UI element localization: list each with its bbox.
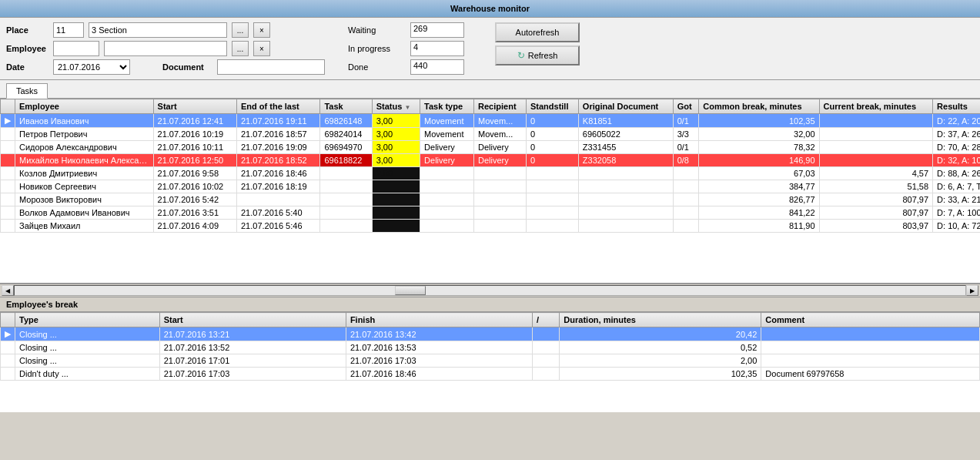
cell-task: 69694970 <box>320 141 372 154</box>
table-row[interactable]: Козлов Дмитриевич21.07.2016 9:5821.07.20… <box>1 167 981 180</box>
refresh-button[interactable]: ↻ Refresh <box>495 45 580 65</box>
place-id-input[interactable] <box>53 22 84 38</box>
cell-common-break: 78,32 <box>699 141 819 154</box>
done-row: Done 440 <box>348 59 464 75</box>
table-row[interactable]: Петров Петрович21.07.2016 10:1921.07.201… <box>1 128 981 141</box>
autorefresh-button[interactable]: Autorefresh <box>495 22 580 42</box>
col-current-break: Current break, minutes <box>819 99 932 114</box>
break-cell-duration: 102,35 <box>560 368 761 381</box>
date-select[interactable]: 21.07.2016 <box>53 59 130 75</box>
cell-common-break: 146,90 <box>699 154 819 167</box>
row-indicator: ▶ <box>1 114 15 128</box>
cell-start: 21.07.2016 10:11 <box>153 141 236 154</box>
break-row[interactable]: Didn't duty ...21.07.2016 17:0321.07.201… <box>1 368 980 381</box>
cell-employee: Козлов Дмитриевич <box>15 167 154 180</box>
row-indicator <box>1 128 15 141</box>
cell-current-break <box>819 128 932 141</box>
place-close-button[interactable]: × <box>253 22 270 38</box>
refresh-icon: ↻ <box>517 50 525 61</box>
break-row[interactable]: Closing ...21.07.2016 13:5221.07.2016 13… <box>1 341 980 354</box>
break-cell-type: Closing ... <box>15 354 160 368</box>
cell-current-break <box>819 154 932 167</box>
break-cell-type: Didn't duty ... <box>15 368 160 381</box>
document-input[interactable] <box>217 59 325 75</box>
col-standstill: Standstill <box>526 99 578 114</box>
row-indicator <box>1 180 15 193</box>
in-progress-value: 4 <box>410 41 464 56</box>
break-cell-duration: 20,42 <box>560 327 761 341</box>
cell-recipient: Movem... <box>474 128 527 141</box>
hscrollbar-thumb[interactable] <box>395 286 426 295</box>
form-area: Place ... × Employee ... × Date 21.07.20… <box>6 22 325 75</box>
row-indicator <box>1 193 15 206</box>
cell-task-type <box>420 167 474 180</box>
break-row[interactable]: ▶Closing ...21.07.2016 13:2121.07.2016 1… <box>1 327 980 341</box>
col-end-last: End of the last <box>236 99 319 114</box>
col-status: Status ▼ <box>372 99 420 114</box>
cell-employee: Волков Адамович Иванович <box>15 206 154 220</box>
table-row[interactable]: Новиков Сергеевич21.07.2016 10:0221.07.2… <box>1 180 981 193</box>
place-section-input[interactable] <box>89 22 227 38</box>
col-employee: Employee <box>15 99 154 114</box>
cell-standstill <box>526 193 578 206</box>
waiting-value: 269 <box>410 22 464 38</box>
cell-task-type: Movement <box>420 114 474 128</box>
cell-end-last <box>236 193 319 206</box>
main-table-container[interactable]: Employee Start End of the last Task Stat… <box>0 99 980 284</box>
cell-standstill: 0 <box>526 128 578 141</box>
status-filter-icon[interactable]: ▼ <box>404 104 410 111</box>
place-row: Place ... × <box>6 22 325 38</box>
row-indicator <box>1 220 15 233</box>
cell-got <box>673 193 699 206</box>
table-row[interactable]: Зайцев Михаил21.07.2016 4:0921.07.2016 5… <box>1 220 981 233</box>
date-row: Date 21.07.2016 Document <box>6 59 325 75</box>
col-task-type: Task type <box>420 99 474 114</box>
tab-tasks[interactable]: Tasks <box>6 83 48 99</box>
cell-start: 21.07.2016 3:51 <box>153 206 236 220</box>
cell-got: 0/1 <box>673 141 699 154</box>
col-common-break: Common break, minutes <box>699 99 819 114</box>
cell-task <box>320 180 372 193</box>
break-col-type: Type <box>15 313 160 327</box>
cell-task-type <box>420 193 474 206</box>
hscrollbar[interactable] <box>14 285 966 296</box>
cell-standstill: 0 <box>526 114 578 128</box>
table-row[interactable]: Волков Адамович Иванович21.07.2016 3:512… <box>1 206 981 220</box>
cell-current-break: 51,58 <box>819 180 932 193</box>
break-table-container[interactable]: Type Start Finish / Duration, minutes Co… <box>0 312 980 412</box>
cell-got: 0/1 <box>673 114 699 128</box>
break-cell-type: Closing ... <box>15 327 160 341</box>
tasks-table: Employee Start End of the last Task Stat… <box>0 99 980 233</box>
table-row[interactable]: ▶Иванов Иванович21.07.2016 12:4121.07.20… <box>1 114 981 128</box>
cell-employee: Иванов Иванович <box>15 114 154 128</box>
cell-task <box>320 167 372 180</box>
break-cell-duration: 2,00 <box>560 354 761 368</box>
employee-close-button[interactable]: × <box>253 41 270 56</box>
top-section: Place ... × Employee ... × Date 21.07.20… <box>0 18 980 80</box>
employee-id-input[interactable] <box>53 41 99 56</box>
break-cell-start: 21.07.2016 13:52 <box>159 341 346 354</box>
col-orig-doc: Original Document <box>578 99 673 114</box>
hscroll-area[interactable]: ◀ ▶ <box>0 284 980 297</box>
table-row[interactable]: Михайлов Николаевич Александр21.07.2016 … <box>1 154 981 167</box>
row-indicator <box>1 141 15 154</box>
cell-common-break: 841,22 <box>699 206 819 220</box>
employee-name-input[interactable] <box>104 41 227 56</box>
scroll-right-btn[interactable]: ▶ <box>966 285 978 296</box>
break-row[interactable]: Closing ...21.07.2016 17:0121.07.2016 17… <box>1 354 980 368</box>
cell-end-last: 21.07.2016 18:19 <box>236 180 319 193</box>
table-row[interactable]: Морозов Викторович21.07.2016 5:42826,778… <box>1 193 981 206</box>
break-cell-start: 21.07.2016 17:03 <box>159 368 346 381</box>
cell-results: D: 88, A: 266, T: 754 <box>933 167 980 180</box>
table-row[interactable]: Сидоров Александрович21.07.2016 10:1121.… <box>1 141 981 154</box>
break-cell-comment <box>761 341 980 354</box>
scroll-left-btn[interactable]: ◀ <box>2 285 14 296</box>
break-tbody: ▶Closing ...21.07.2016 13:2121.07.2016 1… <box>1 327 980 381</box>
place-dots-button[interactable]: ... <box>232 22 249 38</box>
cell-employee: Морозов Викторович <box>15 193 154 206</box>
employee-dots-button[interactable]: ... <box>232 41 249 56</box>
cell-got <box>673 167 699 180</box>
cell-got <box>673 220 699 233</box>
cell-current-break: 807,97 <box>819 206 932 220</box>
employee-label: Employee <box>6 44 48 53</box>
